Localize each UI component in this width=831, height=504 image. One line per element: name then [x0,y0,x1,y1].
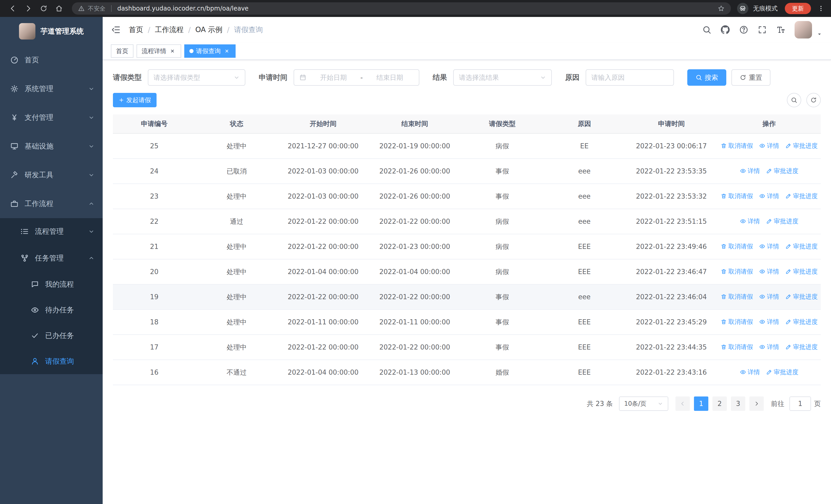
cell-start-time: 2022-01-03 00:00:00 [278,158,369,184]
action-detail-link[interactable]: 详情 [759,267,779,276]
avatar-caret-icon[interactable] [816,31,823,38]
sidebar-item-home[interactable]: 首页 [0,46,103,75]
next-page-button[interactable] [749,396,764,411]
action-detail-link[interactable]: 详情 [759,242,779,250]
sidebar-item-process-mgmt[interactable]: 流程管理 [0,218,103,245]
sidebar-menu: 首页系统管理支付管理基础设施研发工具工作流程流程管理任务管理我的流程待办任务已办… [0,46,103,504]
page-size-select[interactable]: 10条/页 [619,396,668,411]
action-progress-link[interactable]: 审批进度 [785,192,818,200]
action-cancel-link[interactable]: 取消请假 [721,343,753,351]
cell-end-time: 2022-01-26 00:00:00 [369,184,461,209]
action-cancel-link[interactable]: 取消请假 [721,192,753,200]
cell-apply-id: 20 [113,259,196,284]
table-row: 17处理中2022-01-22 00:00:002022-01-22 00:00… [113,335,821,360]
bookmark-star-icon[interactable] [718,5,725,12]
tab-process-detail[interactable]: 流程详情 [137,45,181,58]
cell-start-time: 2021-12-27 00:00:00 [278,134,369,158]
sidebar-item-task-mgmt[interactable]: 任务管理 [0,245,103,271]
action-detail-link[interactable]: 详情 [759,318,779,326]
prev-page-button[interactable] [676,396,690,411]
fullscreen-icon[interactable] [757,25,767,34]
browser-reload-icon[interactable] [37,2,50,15]
reason-input[interactable] [586,69,674,86]
address-bar[interactable]: 不安全 dashboard.yudao.iocoder.cn/bpm/oa/le… [72,2,731,14]
url-text[interactable]: dashboard.yudao.iocoder.cn/bpm/oa/leave [117,5,715,12]
browser-home-icon[interactable] [52,2,66,15]
chevron-down-icon [88,228,94,235]
sidebar-item-payment[interactable]: 支付管理 [0,103,103,132]
sidebar-item-system[interactable]: 系统管理 [0,75,103,103]
sidebar-item-todo-tasks[interactable]: 待办任务 [0,297,103,323]
tab-label: 首页 [116,47,128,55]
breadcrumb-item[interactable]: 首页 [129,25,143,35]
result-select[interactable]: 请选择流结果 [453,69,552,86]
action-progress-link[interactable]: 审批进度 [785,142,818,150]
close-icon[interactable] [223,48,230,55]
font-size-icon[interactable] [776,25,785,34]
eye-icon [759,143,765,149]
create-leave-label: 发起请假 [126,96,151,104]
action-progress-link[interactable]: 审批进度 [785,343,818,351]
action-cancel-link[interactable]: 取消请假 [721,318,753,326]
user-avatar[interactable] [795,21,812,38]
action-progress-link[interactable]: 审批进度 [766,368,798,376]
action-detail-link[interactable]: 详情 [759,343,779,351]
action-cancel-link[interactable]: 取消请假 [721,142,753,150]
breadcrumb-item[interactable]: OA 示例 [195,25,223,35]
sidebar-item-done-tasks[interactable]: 已办任务 [0,323,103,349]
action-progress-link[interactable]: 审批进度 [785,242,818,250]
app-logo[interactable]: 芋道管理系统 [0,17,103,46]
sidebar-item-leave-query[interactable]: 请假查询 [0,349,103,374]
browser-back-icon[interactable] [6,2,20,15]
action-detail-link[interactable]: 详情 [740,217,760,225]
action-progress-link[interactable]: 审批进度 [766,167,798,175]
sidebar-toggle-icon[interactable] [111,25,121,35]
goto-page-input[interactable] [790,396,811,411]
edit-icon [785,319,792,325]
toggle-search-button[interactable] [787,93,801,107]
reset-button[interactable]: 重置 [732,69,770,86]
page-1-button[interactable]: 1 [694,396,708,411]
sidebar-item-label: 待办任务 [45,305,74,315]
search-button[interactable]: 搜索 [687,69,726,86]
page-3-button[interactable]: 3 [731,396,745,411]
action-label: 详情 [748,167,760,175]
action-detail-link[interactable]: 详情 [740,368,760,376]
sidebar-item-devtools[interactable]: 研发工具 [0,161,103,189]
sidebar-item-infrastructure[interactable]: 基础设施 [0,132,103,161]
sidebar-item-my-process[interactable]: 我的流程 [0,271,103,297]
apply-time-range-picker[interactable]: 开始日期 - 结束日期 [294,69,419,86]
action-detail-link[interactable]: 详情 [740,167,760,175]
tab-leave-query[interactable]: 请假查询 [184,45,236,58]
action-progress-link[interactable]: 审批进度 [785,293,818,301]
close-icon[interactable] [169,48,176,55]
action-progress-link[interactable]: 审批进度 [766,217,798,225]
cell-actions: 取消请假详情审批进度 [718,184,821,209]
action-progress-link[interactable]: 审批进度 [785,318,818,326]
action-detail-link[interactable]: 详情 [759,293,779,301]
action-cancel-link[interactable]: 取消请假 [721,293,753,301]
sidebar-item-workflow[interactable]: 工作流程 [0,189,103,218]
action-detail-link[interactable]: 详情 [759,142,779,150]
action-progress-link[interactable]: 审批进度 [785,267,818,276]
action-cancel-link[interactable]: 取消请假 [721,242,753,250]
cell-actions: 取消请假详情审批进度 [718,284,821,309]
refresh-table-button[interactable] [806,93,821,107]
github-icon[interactable] [721,25,730,34]
chrome-menu-icon[interactable] [817,5,825,12]
create-leave-button[interactable]: 发起请假 [113,93,156,107]
leave-type-select[interactable]: 请选择请假类型 [148,69,245,86]
chrome-update-button[interactable]: 更新 [785,3,811,14]
breadcrumb: 首页/工作流程/OA 示例/请假查询 [129,25,263,35]
header-search-icon[interactable] [702,25,711,34]
browser-forward-icon[interactable] [22,2,35,15]
help-icon[interactable] [739,25,748,34]
cell-actions: 详情审批进度 [718,360,821,385]
action-detail-link[interactable]: 详情 [759,192,779,200]
tab-home[interactable]: 首页 [111,45,134,58]
security-warning-icon[interactable] [78,5,85,12]
page-2-button[interactable]: 2 [712,396,727,411]
cell-start-time: 2022-01-22 00:00:00 [278,209,369,234]
action-cancel-link[interactable]: 取消请假 [721,267,753,276]
breadcrumb-item[interactable]: 工作流程 [155,25,183,35]
